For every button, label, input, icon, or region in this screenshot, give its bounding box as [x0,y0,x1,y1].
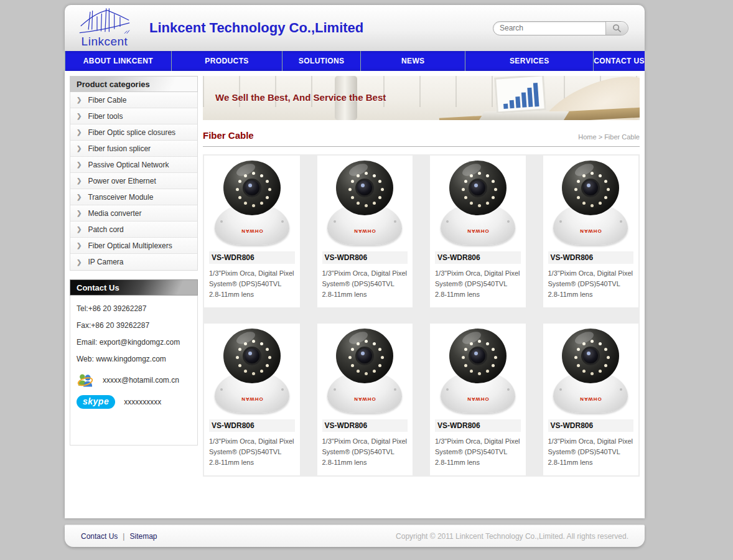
chevron-right-icon: ❯ [77,194,82,200]
category-label: Power over Ethernet [88,177,156,185]
chevron-right-icon: ❯ [77,226,82,233]
category-label: Fiber Optic splice closures [88,128,175,137]
footer-sitemap-link[interactable]: Sitemap [129,532,157,541]
contact-us-header: Contact Us [70,279,198,296]
category-label: Patch cord [88,225,123,234]
product-name[interactable]: VS-WDR806 [322,251,408,264]
product-description: 1/3"Pixim Orca, Digital Pixel System® (D… [548,268,634,300]
category-item[interactable]: ❯ Fiber Optic splice closures [70,124,197,141]
camera-dome [223,161,281,215]
banner: We Sell the Best, And Service the Best [203,76,640,120]
nav-item[interactable]: SERVICES [465,51,593,71]
product-card[interactable]: OHWAN VS-WDR806 1/3"Pixim Orca, Digital … [543,324,639,475]
product-card[interactable]: OHWAN VS-WDR806 1/3"Pixim Orca, Digital … [204,156,300,307]
category-label: Fiber fusion splicer [88,144,151,153]
product-name[interactable]: VS-WDR806 [209,251,295,264]
camera-dome [562,161,619,215]
camera-dome [336,329,393,383]
category-label: Media converter [88,209,141,218]
product-description: 1/3"Pixim Orca, Digital Pixel System® (D… [548,436,634,468]
category-item[interactable]: ❯ Media converter [70,205,197,222]
category-item[interactable]: ❯ Fiber Optical Multiplexers [70,238,197,254]
site-title: Linkcent Technology Co.,Limited [149,20,363,36]
contact-box: Tel:+86 20 39262287 Fax:+86 20 39262287 … [70,296,198,446]
product-name[interactable]: VS-WDR806 [209,419,295,432]
category-item[interactable]: ❯ Fiber Cable [70,92,197,108]
product-description: 1/3"Pixim Orca, Digital Pixel System® (D… [322,268,408,300]
category-label: Fiber Optical Multiplexers [88,241,172,250]
site-header: Linkcent Linkcent Technology Co.,Limited [65,5,645,51]
chevron-right-icon: ❯ [77,177,82,184]
category-item[interactable]: ❯ Fiber tools [70,108,197,124]
product-image: OHWAN [209,158,295,249]
page-title: Fiber Cable [203,130,254,141]
product-grid: OHWAN VS-WDR806 1/3"Pixim Orca, Digital … [203,154,640,477]
product-card[interactable]: OHWAN VS-WDR806 1/3"Pixim Orca, Digital … [204,324,300,475]
nav-item[interactable]: PRODUCTS [171,51,282,71]
camera-dome [562,329,619,383]
footer-separator: | [123,532,124,541]
camera-brand-text: OHWAN [467,228,489,234]
nav-item[interactable]: ABOUT LINKCENT [65,51,171,71]
msn-messenger-icon [77,371,94,389]
camera-lens [469,347,487,365]
category-item[interactable]: ❯ Patch cord [70,222,197,238]
search-input[interactable] [493,24,605,32]
footer-contact-us-link[interactable]: Contact Us [81,532,118,541]
product-image: OHWAN [322,326,408,417]
skype-logo: skype [77,395,115,409]
nav-item[interactable]: SOLUTIONS [282,51,360,71]
contact-email: Email: export@kingdomgz.com [77,338,191,347]
category-label: Passive Optical Network [88,161,169,169]
chevron-right-icon: ❯ [77,259,82,266]
camera-brand-text: OHWAN [579,228,602,234]
camera-dome [336,161,393,215]
product-card[interactable]: OHWAN VS-WDR806 1/3"Pixim Orca, Digital … [430,156,526,307]
camera-lens [355,347,374,365]
skype-account[interactable]: xxxxxxxxxx [124,398,161,406]
camera-dome [449,329,507,383]
nav-item[interactable]: CONTACT US [593,51,645,71]
category-item[interactable]: ❯ Passive Optical Network [70,157,197,173]
main-nav: ABOUT LINKCENT PRODUCTS SOLUTIONS NEWS S… [65,51,645,71]
category-item[interactable]: ❯ Power over Ethernet [70,173,197,189]
product-name[interactable]: VS-WDR806 [435,251,521,264]
banner-slogan: We Sell the Best, And Service the Best [215,92,386,103]
product-name[interactable]: VS-WDR806 [435,419,521,432]
product-name[interactable]: VS-WDR806 [548,419,634,432]
camera-brand-text: OHWAN [241,396,263,402]
category-item[interactable]: ❯ Transceiver Module [70,189,197,205]
nav-item[interactable]: NEWS [360,51,465,71]
logo-text: Linkcent [82,35,128,49]
product-name[interactable]: VS-WDR806 [548,251,634,264]
chevron-right-icon: ❯ [77,161,82,168]
banner-laptop-chart [494,76,546,114]
product-card[interactable]: OHWAN VS-WDR806 1/3"Pixim Orca, Digital … [317,156,413,307]
product-image: OHWAN [435,326,521,417]
msn-account[interactable]: xxxxx@hotamil.com.cn [103,376,179,385]
product-image: OHWAN [548,326,634,417]
bridge-logo-icon [78,7,131,37]
skype-row: skype xxxxxxxxxx [77,395,191,409]
product-description: 1/3"Pixim Orca, Digital Pixel System® (D… [435,268,521,300]
category-item[interactable]: ❯ IP Camera [70,254,197,270]
category-item[interactable]: ❯ Fiber fusion splicer [70,141,197,157]
product-card[interactable]: OHWAN VS-WDR806 1/3"Pixim Orca, Digital … [317,324,413,475]
search-button[interactable] [605,21,628,35]
camera-brand-text: OHWAN [353,396,376,402]
content-area: Product categories ❯ Fiber Cable ❯ Fiber… [65,71,645,518]
product-name[interactable]: VS-WDR806 [322,419,408,432]
main-column: We Sell the Best, And Service the Best F… [203,76,640,477]
search-box [493,21,628,35]
chevron-right-icon: ❯ [77,113,82,119]
product-image: OHWAN [209,326,295,417]
category-label: IP Camera [88,258,123,266]
category-label: Transceiver Module [88,193,153,202]
camera-dome [223,329,281,383]
logo[interactable]: Linkcent [65,5,144,51]
product-card[interactable]: OHWAN VS-WDR806 1/3"Pixim Orca, Digital … [543,156,639,307]
product-card[interactable]: OHWAN VS-WDR806 1/3"Pixim Orca, Digital … [430,324,526,475]
camera-lens [469,179,487,197]
msn-row: xxxxx@hotamil.com.cn [77,371,191,389]
breadcrumb[interactable]: Home > Fiber Cable [578,133,640,141]
